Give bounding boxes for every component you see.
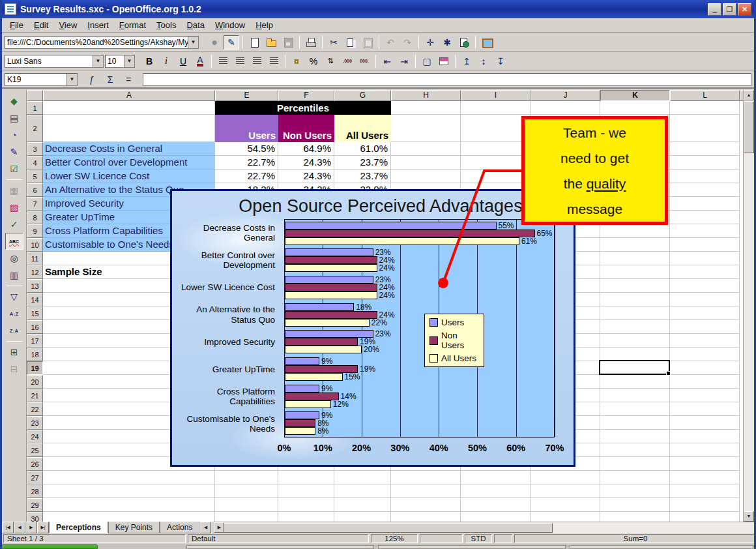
column-header-F[interactable]: F bbox=[278, 90, 334, 101]
row-header-9[interactable]: 9 bbox=[27, 224, 43, 238]
font-color-button[interactable]: A bbox=[192, 54, 208, 68]
sum-icon[interactable]: Σ bbox=[102, 72, 118, 87]
menu-data[interactable]: Data bbox=[181, 19, 209, 31]
chevron-down-icon[interactable]: ▼ bbox=[124, 55, 134, 67]
menu-view[interactable]: View bbox=[53, 19, 82, 31]
add-decimal-button[interactable]: .000 bbox=[340, 54, 355, 68]
percent-format-button[interactable]: % bbox=[306, 54, 321, 68]
print-icon[interactable] bbox=[303, 35, 319, 50]
delete-decimal-button[interactable]: 000. bbox=[356, 54, 372, 68]
spreadsheet-grid[interactable]: AEFGHIJKL 123456789101112131415161718192… bbox=[27, 90, 745, 522]
menu-insert[interactable]: Insert bbox=[82, 19, 114, 31]
column-header-H[interactable]: H bbox=[391, 90, 461, 101]
menu-tools[interactable]: Tools bbox=[151, 19, 181, 31]
taskbar-button[interactable] bbox=[186, 545, 374, 549]
restore-button[interactable]: ❐ bbox=[723, 3, 736, 16]
currency-format-button[interactable]: ¤ bbox=[289, 54, 304, 68]
row-header-30[interactable]: 30 bbox=[27, 512, 43, 522]
status-page-style[interactable]: Default bbox=[188, 534, 369, 543]
form-functions-button[interactable]: ☑ bbox=[5, 160, 23, 177]
equals-icon[interactable]: = bbox=[121, 72, 136, 87]
select-all-corner[interactable] bbox=[27, 90, 43, 101]
datapilot-button[interactable]: ▥ bbox=[5, 267, 23, 284]
next-sheet-icon[interactable]: ▶ bbox=[25, 522, 37, 533]
menu-file[interactable]: File bbox=[5, 19, 29, 31]
gallery-icon[interactable] bbox=[479, 35, 495, 50]
sheet-tab-key-points[interactable]: Key Points bbox=[108, 522, 160, 533]
autopilot-icon[interactable]: ✱ bbox=[439, 35, 455, 50]
row-header-10[interactable]: 10 bbox=[27, 238, 43, 252]
borders-button[interactable]: ▢ bbox=[419, 54, 435, 68]
column-header-G[interactable]: G bbox=[334, 90, 391, 101]
align-center-button[interactable] bbox=[232, 54, 248, 68]
sheet-tab-actions[interactable]: Actions bbox=[160, 522, 199, 533]
row-header-15[interactable]: 15 bbox=[27, 306, 43, 320]
callout-note[interactable]: Team - we need to get the quality messag… bbox=[521, 116, 668, 225]
row-header-23[interactable]: 23 bbox=[27, 416, 43, 430]
row-header-27[interactable]: 27 bbox=[27, 471, 43, 484]
decrease-indent-button[interactable]: ⇤ bbox=[379, 54, 395, 68]
minimize-button[interactable]: _ bbox=[708, 3, 721, 16]
row-header-17[interactable]: 17 bbox=[27, 334, 43, 348]
stop-icon[interactable]: ● bbox=[207, 35, 222, 50]
taskbar-button[interactable] bbox=[378, 545, 566, 549]
function-wizard-icon[interactable]: ƒ bbox=[84, 72, 100, 87]
tab-scroll-left-icon[interactable]: ◀ bbox=[199, 522, 211, 533]
formula-input[interactable] bbox=[143, 73, 751, 86]
vertical-scrollbar[interactable]: ▲ ▼ bbox=[743, 90, 754, 522]
menu-help[interactable]: Help bbox=[250, 19, 278, 31]
row-header-20[interactable]: 20 bbox=[27, 375, 43, 389]
find-button[interactable]: ◎ bbox=[5, 250, 23, 267]
group-button[interactable]: ⊞ bbox=[5, 344, 23, 361]
row-header-25[interactable]: 25 bbox=[27, 443, 43, 457]
draw-functions-button[interactable]: ✎ bbox=[5, 143, 23, 160]
row-header-18[interactable]: 18 bbox=[27, 348, 43, 361]
start-button-edge[interactable] bbox=[1, 544, 98, 549]
row-header-2[interactable]: 2 bbox=[27, 115, 43, 142]
row-header-3[interactable]: 3 bbox=[27, 142, 43, 156]
first-sheet-icon[interactable]: |◀ bbox=[2, 522, 14, 533]
increase-indent-button[interactable]: ⇥ bbox=[396, 54, 412, 68]
row-header-28[interactable]: 28 bbox=[27, 484, 43, 498]
cell-reference-box[interactable]: K19 ▼ bbox=[5, 73, 78, 86]
row-header-12[interactable]: 12 bbox=[27, 265, 43, 279]
menu-window[interactable]: Window bbox=[210, 19, 250, 31]
sheet-tab-perceptions[interactable]: Perceptions bbox=[49, 522, 108, 533]
last-sheet-icon[interactable]: ▶| bbox=[37, 522, 49, 533]
selected-cell-K19[interactable] bbox=[599, 360, 670, 375]
row-header-24[interactable]: 24 bbox=[27, 430, 43, 443]
cut-icon[interactable]: ✂ bbox=[326, 35, 342, 50]
scroll-up-icon[interactable]: ▲ bbox=[744, 90, 754, 100]
background-color-button[interactable] bbox=[436, 54, 452, 68]
row-header-8[interactable]: 8 bbox=[27, 211, 43, 224]
insert-object-button[interactable]: ◔ bbox=[5, 126, 23, 143]
row-header-29[interactable]: 29 bbox=[27, 498, 43, 512]
align-bottom-button[interactable]: ↧ bbox=[493, 54, 508, 68]
bold-button[interactable]: B bbox=[141, 54, 157, 68]
autofilter-button[interactable]: ▽ bbox=[5, 288, 23, 305]
row-header-11[interactable]: 11 bbox=[27, 252, 43, 265]
close-button[interactable]: ✕ bbox=[738, 3, 751, 16]
sort-descending-button[interactable]: Z↓A bbox=[5, 322, 23, 339]
chevron-down-icon[interactable]: ▼ bbox=[188, 37, 198, 48]
horizontal-scrollbar[interactable]: ◀▶ bbox=[214, 522, 756, 533]
row-header-13[interactable]: 13 bbox=[27, 279, 43, 293]
row-header-22[interactable]: 22 bbox=[27, 402, 43, 416]
chevron-down-icon[interactable]: ▼ bbox=[66, 74, 77, 85]
column-header-I[interactable]: I bbox=[461, 90, 531, 101]
vertical-scroll-thumb[interactable] bbox=[744, 101, 754, 153]
row-header-1[interactable]: 1 bbox=[27, 101, 43, 115]
column-header-L[interactable]: L bbox=[670, 90, 740, 101]
column-header-J[interactable]: J bbox=[531, 90, 600, 101]
row-header-26[interactable]: 26 bbox=[27, 457, 43, 471]
column-header-K[interactable]: K bbox=[600, 90, 670, 101]
column-header-A[interactable]: A bbox=[43, 90, 215, 101]
row-header-5[interactable]: 5 bbox=[27, 170, 43, 183]
row-header-16[interactable]: 16 bbox=[27, 320, 43, 334]
sort-ascending-button[interactable]: A↓Z bbox=[5, 305, 23, 322]
hyperlink-icon[interactable] bbox=[456, 35, 472, 50]
open-document-icon[interactable] bbox=[263, 35, 279, 50]
row-header-14[interactable]: 14 bbox=[27, 293, 43, 306]
underline-button[interactable]: U bbox=[175, 54, 191, 68]
cells-area[interactable]: Open Source Perceived Advantages Decreas… bbox=[43, 101, 745, 522]
